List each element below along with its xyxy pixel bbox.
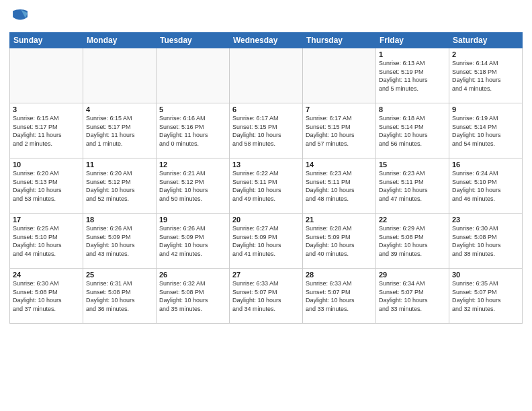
logo — [9, 7, 32, 28]
weekday-friday: Friday — [376, 33, 449, 48]
day-number: 20 — [232, 216, 300, 224]
day-info: Sunrise: 6:30 AM Sunset: 5:08 PM Dayligh… — [452, 224, 519, 258]
day-cell: 16Sunrise: 6:24 AM Sunset: 5:10 PM Dayli… — [449, 158, 523, 214]
day-info: Sunrise: 6:26 AM Sunset: 5:09 PM Dayligh… — [86, 224, 153, 258]
day-number: 9 — [452, 105, 519, 113]
day-cell: 26Sunrise: 6:32 AM Sunset: 5:08 PM Dayli… — [157, 269, 230, 324]
day-info: Sunrise: 6:20 AM Sunset: 5:13 PM Dayligh… — [13, 169, 80, 203]
day-info: Sunrise: 6:35 AM Sunset: 5:07 PM Dayligh… — [452, 279, 519, 313]
day-number: 6 — [232, 105, 300, 113]
day-cell — [230, 48, 303, 103]
day-number: 28 — [306, 271, 373, 279]
day-cell: 22Sunrise: 6:29 AM Sunset: 5:08 PM Dayli… — [376, 214, 449, 269]
day-number: 25 — [86, 271, 153, 279]
day-number: 1 — [379, 50, 446, 58]
day-cell: 24Sunrise: 6:30 AM Sunset: 5:08 PM Dayli… — [10, 269, 83, 324]
day-info: Sunrise: 6:26 AM Sunset: 5:09 PM Dayligh… — [159, 224, 226, 258]
weekday-monday: Monday — [83, 33, 157, 48]
calendar: SundayMondayTuesdayWednesdayThursdayFrid… — [9, 32, 523, 324]
day-number: 2 — [452, 50, 519, 58]
day-cell: 9Sunrise: 6:19 AM Sunset: 5:14 PM Daylig… — [449, 103, 523, 158]
day-number: 29 — [379, 271, 446, 279]
week-row-1: 1Sunrise: 6:13 AM Sunset: 5:19 PM Daylig… — [10, 48, 523, 103]
weekday-tuesday: Tuesday — [157, 33, 230, 48]
day-cell: 27Sunrise: 6:33 AM Sunset: 5:07 PM Dayli… — [230, 269, 303, 324]
day-cell: 11Sunrise: 6:20 AM Sunset: 5:12 PM Dayli… — [83, 158, 157, 214]
day-number: 10 — [13, 161, 80, 169]
day-cell: 6Sunrise: 6:17 AM Sunset: 5:15 PM Daylig… — [230, 103, 303, 158]
day-info: Sunrise: 6:30 AM Sunset: 5:08 PM Dayligh… — [13, 279, 80, 313]
day-number: 30 — [452, 271, 519, 279]
day-info: Sunrise: 6:22 AM Sunset: 5:11 PM Dayligh… — [232, 169, 300, 203]
day-cell: 10Sunrise: 6:20 AM Sunset: 5:13 PM Dayli… — [10, 158, 83, 214]
day-number: 21 — [306, 216, 373, 224]
header — [9, 7, 523, 28]
weekday-saturday: Saturday — [449, 33, 523, 48]
day-number: 24 — [13, 271, 80, 279]
day-number: 13 — [232, 161, 300, 169]
day-number: 5 — [159, 105, 226, 113]
day-number: 4 — [86, 105, 153, 113]
day-number: 14 — [306, 161, 373, 169]
day-number: 11 — [86, 161, 153, 169]
day-info: Sunrise: 6:34 AM Sunset: 5:07 PM Dayligh… — [379, 279, 446, 313]
day-number: 7 — [306, 105, 373, 113]
day-number: 17 — [13, 216, 80, 224]
day-cell: 8Sunrise: 6:18 AM Sunset: 5:14 PM Daylig… — [376, 103, 449, 158]
day-info: Sunrise: 6:25 AM Sunset: 5:10 PM Dayligh… — [13, 224, 80, 258]
page: SundayMondayTuesdayWednesdayThursdayFrid… — [0, 0, 532, 411]
day-number: 23 — [452, 216, 519, 224]
day-info: Sunrise: 6:18 AM Sunset: 5:14 PM Dayligh… — [379, 114, 446, 148]
day-cell: 2Sunrise: 6:14 AM Sunset: 5:18 PM Daylig… — [449, 48, 523, 103]
day-info: Sunrise: 6:33 AM Sunset: 5:07 PM Dayligh… — [232, 279, 300, 313]
day-info: Sunrise: 6:14 AM Sunset: 5:18 PM Dayligh… — [452, 59, 519, 93]
day-cell: 28Sunrise: 6:33 AM Sunset: 5:07 PM Dayli… — [303, 269, 376, 324]
day-number: 19 — [159, 216, 226, 224]
day-number: 18 — [86, 216, 153, 224]
week-row-2: 3Sunrise: 6:15 AM Sunset: 5:17 PM Daylig… — [10, 103, 523, 158]
day-cell: 29Sunrise: 6:34 AM Sunset: 5:07 PM Dayli… — [376, 269, 449, 324]
day-info: Sunrise: 6:13 AM Sunset: 5:19 PM Dayligh… — [379, 59, 446, 93]
day-cell: 20Sunrise: 6:27 AM Sunset: 5:09 PM Dayli… — [230, 214, 303, 269]
day-info: Sunrise: 6:29 AM Sunset: 5:08 PM Dayligh… — [379, 224, 446, 258]
day-info: Sunrise: 6:15 AM Sunset: 5:17 PM Dayligh… — [86, 114, 153, 148]
day-cell — [10, 48, 83, 103]
day-number: 16 — [452, 161, 519, 169]
day-info: Sunrise: 6:20 AM Sunset: 5:12 PM Dayligh… — [86, 169, 153, 203]
day-cell: 25Sunrise: 6:31 AM Sunset: 5:08 PM Dayli… — [83, 269, 157, 324]
day-cell — [83, 48, 157, 103]
day-cell: 4Sunrise: 6:15 AM Sunset: 5:17 PM Daylig… — [83, 103, 157, 158]
week-row-5: 24Sunrise: 6:30 AM Sunset: 5:08 PM Dayli… — [10, 269, 523, 324]
day-number: 22 — [379, 216, 446, 224]
day-cell: 5Sunrise: 6:16 AM Sunset: 5:16 PM Daylig… — [157, 103, 230, 158]
day-number: 15 — [379, 161, 446, 169]
day-cell: 21Sunrise: 6:28 AM Sunset: 5:09 PM Dayli… — [303, 214, 376, 269]
day-info: Sunrise: 6:23 AM Sunset: 5:11 PM Dayligh… — [306, 169, 373, 203]
day-cell: 15Sunrise: 6:23 AM Sunset: 5:11 PM Dayli… — [376, 158, 449, 214]
day-number: 27 — [232, 271, 300, 279]
day-info: Sunrise: 6:24 AM Sunset: 5:10 PM Dayligh… — [452, 169, 519, 203]
day-number: 3 — [13, 105, 80, 113]
day-cell: 3Sunrise: 6:15 AM Sunset: 5:17 PM Daylig… — [10, 103, 83, 158]
day-number: 12 — [159, 161, 226, 169]
week-row-4: 17Sunrise: 6:25 AM Sunset: 5:10 PM Dayli… — [10, 214, 523, 269]
day-number: 26 — [159, 271, 226, 279]
day-info: Sunrise: 6:33 AM Sunset: 5:07 PM Dayligh… — [306, 279, 373, 313]
day-info: Sunrise: 6:16 AM Sunset: 5:16 PM Dayligh… — [159, 114, 226, 148]
day-cell: 1Sunrise: 6:13 AM Sunset: 5:19 PM Daylig… — [376, 48, 449, 103]
day-info: Sunrise: 6:31 AM Sunset: 5:08 PM Dayligh… — [86, 279, 153, 313]
day-info: Sunrise: 6:19 AM Sunset: 5:14 PM Dayligh… — [452, 114, 519, 148]
day-info: Sunrise: 6:17 AM Sunset: 5:15 PM Dayligh… — [306, 114, 373, 148]
day-cell: 23Sunrise: 6:30 AM Sunset: 5:08 PM Dayli… — [449, 214, 523, 269]
day-cell: 14Sunrise: 6:23 AM Sunset: 5:11 PM Dayli… — [303, 158, 376, 214]
day-info: Sunrise: 6:32 AM Sunset: 5:08 PM Dayligh… — [159, 279, 226, 313]
day-cell: 7Sunrise: 6:17 AM Sunset: 5:15 PM Daylig… — [303, 103, 376, 158]
day-cell: 18Sunrise: 6:26 AM Sunset: 5:09 PM Dayli… — [83, 214, 157, 269]
day-info: Sunrise: 6:23 AM Sunset: 5:11 PM Dayligh… — [379, 169, 446, 203]
day-cell: 30Sunrise: 6:35 AM Sunset: 5:07 PM Dayli… — [449, 269, 523, 324]
day-cell: 13Sunrise: 6:22 AM Sunset: 5:11 PM Dayli… — [230, 158, 303, 214]
day-cell — [303, 48, 376, 103]
day-info: Sunrise: 6:15 AM Sunset: 5:17 PM Dayligh… — [13, 114, 80, 148]
logo-icon — [11, 7, 30, 26]
day-cell: 12Sunrise: 6:21 AM Sunset: 5:12 PM Dayli… — [157, 158, 230, 214]
